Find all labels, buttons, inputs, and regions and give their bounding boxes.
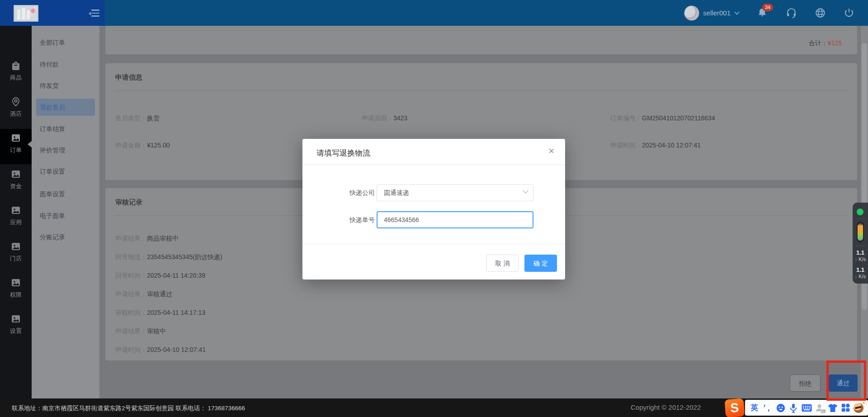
support-headset-icon[interactable] <box>786 7 797 19</box>
image-icon <box>10 205 21 216</box>
submenu-item-e-label[interactable]: 电子面单 <box>40 212 65 220</box>
field-aftersale-type: 售后类型：换货 <box>115 114 160 123</box>
traffic-gauge <box>857 222 864 242</box>
collapse-menu-icon[interactable] <box>89 9 99 17</box>
shopping-bag-icon <box>10 60 21 71</box>
user-menu[interactable]: seller001 <box>684 5 740 21</box>
upload-speed-value: 1.1 <box>853 249 868 256</box>
sidebar-item-apps[interactable]: 应用 <box>0 201 32 237</box>
image-icon <box>10 313 21 324</box>
chevron-down-icon <box>523 190 528 194</box>
sidebar-label: 门店 <box>0 255 32 263</box>
sidebar-item-settings[interactable]: 设置 <box>0 310 32 345</box>
ime-emoji-icon[interactable] <box>775 403 786 413</box>
chevron-down-icon <box>734 11 740 15</box>
ime-login-badge: 15 <box>821 409 826 413</box>
divider <box>302 244 565 244</box>
ime-voice-icon[interactable] <box>788 403 799 413</box>
brand-logo[interactable] <box>14 5 38 22</box>
record-row: 申请结果：审核通过 <box>115 290 172 299</box>
image-icon <box>10 169 21 180</box>
tracking-number-input[interactable] <box>377 211 533 228</box>
order-summary-card: 合计：¥125 <box>105 26 857 54</box>
logout-power-icon[interactable] <box>844 7 855 19</box>
submenu-item-label-settings[interactable]: 面单设置 <box>40 190 65 199</box>
sidebar-item-funds[interactable]: 资金 <box>0 165 32 200</box>
submenu-item-pending-shipment[interactable]: 待发货 <box>40 82 59 90</box>
express-company-select[interactable]: 圆通速递 <box>377 184 533 201</box>
sidebar-item-stores[interactable]: 门店 <box>0 237 32 273</box>
divider <box>855 218 867 219</box>
sidebar-item-hotel[interactable]: 酒店 <box>0 93 32 128</box>
record-row: 回寄物流：2354545345345(韵达快递) <box>115 253 222 261</box>
divider <box>114 90 848 91</box>
sidebar-label: 商品 <box>0 74 32 82</box>
submenu-item-pending-payment[interactable]: 待付款 <box>40 61 59 69</box>
submenu-item-review-management[interactable]: 评价管理 <box>40 147 65 155</box>
card-title: 申请信息 <box>115 73 142 82</box>
notification-badge: 34 <box>762 4 773 11</box>
ime-skin-icon[interactable] <box>827 403 838 413</box>
notifications-bell-icon[interactable]: 34 <box>757 7 769 19</box>
total-label: 合计： <box>809 39 828 47</box>
confirm-button[interactable]: 确 定 <box>524 255 557 272</box>
order-total: 合计：¥125 <box>809 39 842 47</box>
sidebar-item-orders[interactable]: 订单 <box>0 129 32 164</box>
username: seller001 <box>703 9 731 17</box>
record-row: 申请结果：商品审核中 <box>115 235 179 243</box>
top-header-bar: seller001 34 <box>0 0 868 26</box>
ime-doutu-icon[interactable]: ✦ <box>853 403 864 413</box>
status-dot <box>857 208 863 215</box>
card-title: 审核记录 <box>115 198 142 207</box>
ime-punctuation-toggle[interactable]: ’， <box>762 403 773 413</box>
star-icon: ✦ <box>862 400 866 406</box>
submenu-item-order-settings[interactable]: 订单设置 <box>40 168 65 176</box>
image-icon <box>10 133 21 143</box>
close-icon[interactable]: × <box>548 146 554 156</box>
cancel-button[interactable]: 取 消 <box>486 255 519 272</box>
sidebar-label: 酒店 <box>0 110 32 118</box>
footer-copyright: Copyright © 2012-2022 <box>631 403 701 411</box>
dialog-title: 请填写退换物流 <box>316 148 370 158</box>
sidebar-label: 权限 <box>0 291 32 299</box>
submenu-item-all-orders[interactable]: 全部订单 <box>40 39 65 47</box>
sidebar-item-permissions[interactable]: 权限 <box>0 274 32 309</box>
divider <box>302 165 565 165</box>
approve-button[interactable]: 通过 <box>829 374 858 392</box>
avatar <box>684 5 699 21</box>
ime-toolbar: 英 ’， 15 ✦ <box>745 400 868 416</box>
location-pin-icon <box>10 96 21 107</box>
reject-button[interactable]: 拒绝 <box>790 374 821 392</box>
divider <box>855 246 867 246</box>
ime-login-icon[interactable]: 15 <box>814 403 825 413</box>
ime-keyboard-icon[interactable] <box>801 403 812 413</box>
ime-toolbox-icon[interactable] <box>840 403 851 413</box>
language-globe-icon[interactable] <box>815 7 826 19</box>
logistics-dialog: 请填写退换物流 × 快递公司 圆通速递 快递单号 取 消 确 定 <box>302 139 565 280</box>
field-apply-amount: 申请金额：¥125.00 <box>115 142 170 150</box>
up-arrow-icon: ↑ <box>855 256 858 262</box>
orders-submenu: 全部订单 待付款 待发货 退款售后 订单结算 评价管理 订单设置 面单设置 电子… <box>32 26 99 398</box>
submenu-item-refund-aftersales[interactable]: 退款售后 <box>40 104 65 112</box>
sogou-ime-icon[interactable]: S <box>725 398 745 417</box>
field-apply-reason: 申请原因：3423 <box>362 114 407 123</box>
upload-speed-unit: ↑ K/s <box>853 256 868 262</box>
down-arrow-icon: ↓ <box>855 274 858 279</box>
submenu-item-split-records[interactable]: 分账记录 <box>40 233 65 242</box>
express-company-label: 快递公司 <box>321 189 375 197</box>
ime-language-toggle[interactable]: 英 <box>749 403 760 413</box>
record-row: 申请结果：审核中 <box>115 327 166 336</box>
network-monitor-widget[interactable]: 1.1 ↑ K/s 1.1 ↓ K/s <box>853 203 868 284</box>
field-apply-time: 申请时间：2025-04-10 12:07:41 <box>610 142 701 150</box>
download-speed-value: 1.1 <box>853 266 868 273</box>
submenu-item-order-settlement[interactable]: 订单结算 <box>40 125 65 133</box>
record-row: 审核时间：2025-04-11 14:17:13 <box>115 309 205 317</box>
sidebar-item-goods[interactable]: 商品 <box>0 57 32 92</box>
footer-contact-info: 联系地址：南京市栖霞区马群街道紫东路2号紫东国际创意园 联系电话： 173687… <box>12 404 245 412</box>
image-icon <box>10 241 21 252</box>
field-order-number: 订单编号：GM250410120702116634 <box>610 114 715 123</box>
sidebar-label: 应用 <box>0 218 32 227</box>
active-item-arrow <box>28 141 32 147</box>
sidebar-label: 设置 <box>0 327 32 335</box>
tracking-number-label: 快递单号 <box>321 216 375 224</box>
